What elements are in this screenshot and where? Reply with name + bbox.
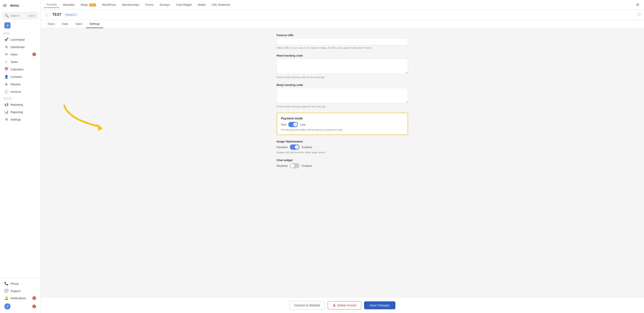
chat-widget-disabled-label: Disabled (277, 164, 288, 167)
payment-mode-toggle[interactable]: ✓ (288, 122, 298, 127)
nav-chat-widget[interactable]: Chat Widget (174, 2, 194, 8)
contacts-icon: 👤 (4, 75, 8, 79)
marketing-icon: 📢 (4, 103, 8, 107)
sidebar: demo. 🔍 Search ctrl K ⚡ Apps 🚀 Launchpad… (0, 0, 40, 313)
sidebar-item-reporting[interactable]: 📊 Reporting (1, 109, 39, 116)
toggle-check-icon: ✓ (294, 123, 296, 126)
sidebar-item-label: Inbox (10, 53, 18, 56)
nav-funnels[interactable]: Funnels (44, 2, 59, 8)
inbox-badge: 1 (32, 53, 36, 56)
trash-icon: 🗑 (333, 303, 336, 307)
sidebar-item-invoices[interactable]: 🧾 Invoices (1, 88, 39, 95)
sidebar-item-contacts[interactable]: 👤 Contacts (1, 73, 39, 80)
sidebar-item-label: Pipeline (10, 83, 20, 86)
info-icon[interactable]: ⓘ (637, 13, 640, 17)
sidebar-item-support[interactable]: 💬 Support (1, 287, 39, 294)
tasks-icon: ✓ (4, 60, 8, 64)
settings-icon: ⚙ (4, 118, 8, 121)
toggle-check-icon: ✓ (296, 146, 298, 148)
hamburger-icon[interactable] (3, 4, 6, 7)
tab-settings[interactable]: Settings (86, 20, 103, 28)
nav-forms[interactable]: Forms (143, 2, 156, 8)
favicon-url-input[interactable] (277, 38, 408, 45)
nav-media[interactable]: Media (195, 2, 208, 8)
nav-url-redirects[interactable]: URL Redirects (209, 2, 233, 8)
sidebar-item-label: Notifications (10, 296, 26, 300)
toggle-thumb (290, 164, 294, 168)
apps-section-label: Apps (0, 30, 40, 36)
nav-memberships[interactable]: Memberships (120, 2, 142, 8)
favicon-url-group: Favicon URL Add a URL to your .png or .i… (277, 34, 408, 49)
nav-surveys[interactable]: Surveys (157, 2, 172, 8)
sidebar-item-tasks[interactable]: ✓ Tasks (1, 58, 39, 65)
phone-icon: 📞 (4, 282, 8, 285)
gear-icon[interactable]: ⚙ (635, 1, 640, 8)
logo-text: demo. (10, 4, 20, 7)
head-tracking-group: Head tracking code Funnel wide tracking … (277, 54, 408, 79)
sidebar-item-dashboard[interactable]: ⊞ Dashboard (1, 43, 39, 50)
sidebar-item-phone[interactable]: 📞 Phone (1, 280, 39, 287)
convert-to-website-button[interactable]: Convert to Website (289, 301, 325, 309)
save-changes-button[interactable]: Save Changes (364, 301, 396, 309)
payment-mode-box: Payment mode Test ✓ Live Funnel payment … (277, 113, 408, 135)
pipeline-icon: ◈ (4, 82, 8, 86)
nav-websites[interactable]: Websites (60, 2, 77, 8)
sidebar-item-label: Phone (10, 282, 19, 285)
sidebar-item-profile[interactable]: G 4 (1, 302, 39, 311)
favicon-url-label: Favicon URL (277, 34, 408, 37)
sidebar-item-label: Settings (10, 118, 21, 121)
chat-widget-title: Chat widget (277, 158, 408, 162)
search-shortcut: ctrl K (28, 14, 36, 17)
image-optimisation-group: Image Optimisation Disabled ✓ Enabled Im… (277, 140, 408, 154)
sidebar-bottom: 📞 Phone 💬 Support 🔔 Notifications 8 G 4 (0, 278, 40, 313)
reporting-icon: 📊 (4, 110, 8, 114)
launchpad-icon: 🚀 (4, 38, 8, 42)
head-tracking-label: Head tracking code (277, 54, 408, 57)
notifications-icon: 🔔 (4, 296, 8, 300)
content-area: Favicon URL Add a URL to your .png or .i… (40, 28, 644, 313)
payment-mode-toggle-row: Test ✓ Live (281, 122, 404, 127)
sub-header: ‹ TEST Version 2 ⓘ (40, 10, 644, 20)
search-icon: 🔍 (4, 14, 9, 18)
head-tracking-hint: Funnel wide tracking code for the head t… (277, 76, 408, 79)
payment-mode-live-label: Live (300, 123, 305, 126)
search-bar[interactable]: 🔍 Search ctrl K (2, 12, 38, 19)
image-optimisation-toggle-row: Disabled ✓ Enabled (277, 144, 408, 150)
lightning-button[interactable]: ⚡ (4, 22, 10, 29)
head-tracking-input[interactable] (277, 59, 408, 74)
payment-mode-title: Payment mode (281, 117, 404, 120)
nav-blogs-label: Blogs (80, 3, 88, 6)
settings-panel: Favicon URL Add a URL to your .png or .i… (277, 28, 408, 313)
sidebar-item-settings[interactable]: ⚙ Settings (1, 116, 39, 123)
nav-wordpress[interactable]: WordPress (100, 2, 119, 8)
favicon-url-hint: Add a URL to your .png or .ico favicon i… (277, 47, 408, 49)
sidebar-item-marketing[interactable]: 📢 Marketing (1, 101, 39, 108)
sidebar-item-label: Reporting (10, 111, 23, 114)
back-button[interactable]: ‹ (44, 12, 50, 18)
delete-label: Delete Funnel (337, 303, 356, 307)
sidebar-logo: demo. (0, 0, 40, 11)
sidebar-item-label: Invoices (10, 90, 21, 93)
sidebar-item-inbox[interactable]: ✉ Inbox 1 (1, 51, 39, 58)
sidebar-item-pipeline[interactable]: ◈ Pipeline (1, 81, 39, 88)
sidebar-item-calendars[interactable]: 📅 Calendars (1, 66, 39, 73)
body-tracking-hint: Funnel wide tracking codes for the body … (277, 105, 408, 108)
sidebar-item-label: Launchpad (10, 38, 24, 41)
image-optimisation-hint: Images will optimised for better page sp… (277, 151, 408, 154)
sidebar-item-launchpad[interactable]: 🚀 Launchpad (1, 36, 39, 43)
sidebar-item-notifications[interactable]: 🔔 Notifications 8 (1, 294, 39, 301)
image-optimisation-toggle[interactable]: ✓ (290, 144, 300, 150)
inbox-icon: ✉ (4, 52, 8, 56)
body-tracking-group: Body tracking code Funnel wide tracking … (277, 83, 408, 108)
chat-widget-toggle[interactable] (290, 163, 300, 168)
body-tracking-label: Body tracking code (277, 83, 408, 87)
image-optimisation-disabled-label: Disabled (277, 146, 288, 149)
body-tracking-input[interactable] (277, 88, 408, 103)
avatar-text: G (6, 305, 8, 308)
tab-stats[interactable]: Stats (58, 20, 72, 28)
delete-funnel-button[interactable]: 🗑 Delete Funnel (328, 301, 361, 309)
tab-steps[interactable]: Steps (44, 20, 58, 28)
payment-mode-hint: Funnel payment status will be based on p… (281, 128, 404, 131)
nav-blogs[interactable]: Blogs New (78, 2, 98, 8)
tab-sales[interactable]: Sales (72, 20, 86, 28)
